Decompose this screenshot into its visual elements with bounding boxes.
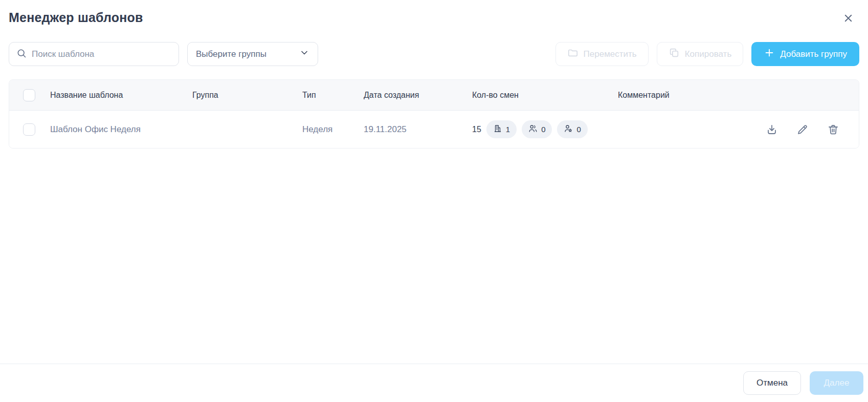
template-manager-modal: Менеджер шаблонов Выберите группы Перем (0, 0, 868, 402)
header-created: Дата создания (364, 91, 472, 100)
chevron-down-icon (299, 48, 309, 60)
header-group: Группа (192, 91, 302, 100)
table-row: Шаблон Офис Неделя Неделя 19.11.2025 15 … (9, 111, 859, 148)
search-icon (16, 48, 27, 60)
template-created-date: 19.11.2025 (364, 124, 472, 135)
close-button[interactable] (840, 10, 856, 28)
row-checkbox[interactable] (23, 123, 35, 136)
add-group-button-label: Добавить группу (780, 49, 847, 59)
move-button-label: Переместить (584, 49, 637, 59)
templates-table: Название шаблона Группа Тип Дата создани… (9, 79, 859, 149)
row-checkbox-cell (9, 123, 41, 136)
group-select-label: Выберите группы (196, 49, 266, 59)
page-title: Менеджер шаблонов (9, 10, 143, 25)
move-button[interactable]: Переместить (555, 42, 649, 66)
preferred-employees-badge: 0 (557, 120, 587, 138)
modal-titlebar: Менеджер шаблонов (9, 0, 859, 28)
download-icon (766, 130, 778, 137)
header-type: Тип (302, 91, 364, 100)
next-button[interactable]: Далее (810, 371, 863, 395)
employees-badge: 0 (522, 120, 552, 138)
add-group-button[interactable]: Добавить группу (751, 42, 859, 66)
trash-icon (827, 130, 839, 137)
users-icon (528, 124, 538, 135)
cancel-button[interactable]: Отмена (743, 371, 801, 395)
delete-button[interactable] (827, 123, 839, 136)
employees-count: 0 (541, 125, 545, 134)
copy-icon (669, 47, 680, 61)
header-name: Название шаблона (41, 91, 192, 100)
header-checkbox-cell (9, 89, 41, 101)
departments-count: 1 (506, 125, 510, 134)
header-comment: Комментарий (618, 91, 756, 100)
cancel-button-label: Отмена (756, 378, 788, 388)
close-icon (842, 18, 854, 26)
folder-icon (567, 47, 578, 61)
building-icon (493, 124, 502, 135)
download-button[interactable] (766, 123, 778, 136)
template-name: Шаблон Офис Неделя (41, 124, 192, 135)
copy-button-label: Копировать (685, 49, 732, 59)
departments-badge: 1 (486, 120, 517, 138)
table-header-row: Название шаблона Группа Тип Дата создани… (9, 80, 859, 111)
toolbar: Выберите группы Переместить Копировать Д… (9, 42, 859, 66)
copy-button[interactable]: Копировать (657, 42, 744, 66)
header-shifts: Кол-во смен (472, 91, 618, 100)
pencil-icon (796, 130, 809, 137)
plus-icon (764, 47, 775, 61)
select-all-checkbox[interactable] (23, 89, 35, 101)
group-select-dropdown[interactable]: Выберите группы (187, 42, 318, 66)
shifts-count: 15 (472, 125, 481, 134)
modal-footer: Отмена Далее (0, 364, 868, 402)
template-type: Неделя (302, 124, 364, 135)
row-actions (756, 123, 859, 136)
next-button-label: Далее (824, 378, 850, 388)
search-input[interactable] (32, 49, 171, 59)
user-star-icon (564, 124, 573, 135)
template-search (9, 42, 179, 66)
preferred-employees-count: 0 (576, 125, 581, 134)
edit-button[interactable] (796, 123, 809, 136)
template-shifts-cell: 15 1 0 0 (472, 120, 618, 138)
